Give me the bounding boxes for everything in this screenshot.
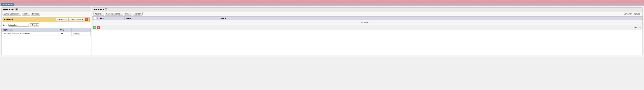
print-arrow-left: ▼	[27, 13, 28, 15]
no-items-row: No Items Found	[92, 20, 642, 25]
saved-searches-arrow-right: ▼	[120, 13, 122, 15]
remove-record-button[interactable]: −	[97, 26, 100, 29]
cell-preference: Container Template Preferences	[2, 32, 58, 36]
refresh-button-right[interactable]: Refresh	[133, 12, 142, 16]
cell-view-action: View	[72, 32, 91, 36]
records-count: 0 records	[634, 26, 642, 28]
data-table: Code Name Status No Items Found	[92, 16, 642, 25]
search-input[interactable]	[8, 24, 29, 27]
right-panel: Preference - Actions ▼ Saved Searches ▼ …	[92, 8, 643, 55]
table-action-bar: + − 0 records	[92, 25, 642, 30]
col-extra	[253, 16, 642, 20]
col-name: Name	[124, 16, 219, 20]
preferences-tab[interactable]: Preferences	[1, 3, 14, 6]
edit-search-button[interactable]: Edit Search	[56, 18, 69, 21]
saved-searches-button-left[interactable]: Saved Searches ▼	[2, 12, 21, 16]
search-label: Name	[2, 24, 8, 26]
print-button-left[interactable]: Print ▼	[22, 12, 30, 16]
right-toolbar: Actions ▼ Saved Searches ▼ Print ▼ Refre…	[92, 12, 642, 16]
results-table: Preference Area Container Template Prefe…	[2, 28, 91, 36]
refresh-button-left[interactable]: Refresh	[31, 12, 40, 16]
col-status: Status	[219, 16, 253, 20]
cell-area: LAB	[58, 32, 72, 36]
saved-searches-arrow-left: ▼	[18, 13, 20, 15]
filter-actions: Edit Search More Actions ▼ ✕	[56, 18, 88, 21]
top-bar: Preferences	[0, 0, 644, 6]
add-remove-group: + −	[93, 26, 100, 29]
search-section: By Name Edit Search More Actions ▼ ✕ Nam…	[2, 16, 91, 28]
table-row: Container Template Preferences LAB View	[2, 32, 91, 36]
select-all-checkbox[interactable]	[94, 17, 96, 19]
main-content: Preferences - Saved Searches ▼ Print ▼ R…	[0, 6, 644, 57]
print-button-right[interactable]: Print ▼	[124, 12, 132, 16]
col-code: Code	[98, 16, 124, 20]
left-toolbar: Saved Searches ▼ Print ▼ Refresh	[2, 12, 91, 16]
right-panel-collapse-icon[interactable]: -	[105, 8, 107, 10]
col-preference: Preference	[2, 28, 58, 32]
col-checkbox	[92, 16, 98, 20]
right-panel-title: Preference	[94, 8, 104, 10]
print-arrow-right: ▼	[130, 13, 131, 15]
view-button[interactable]: View	[73, 32, 80, 35]
col-area: Area	[58, 28, 72, 32]
more-actions-button[interactable]: More Actions ▼	[69, 18, 85, 21]
container-templates-label: ContainerTemplates	[624, 13, 642, 15]
actions-button[interactable]: Actions ▼	[93, 12, 104, 16]
more-actions-arrow: ▼	[82, 19, 83, 20]
filter-close-button[interactable]: ✕	[86, 18, 88, 21]
add-record-button[interactable]: +	[93, 26, 96, 29]
left-panel-collapse-icon[interactable]: -	[16, 8, 18, 10]
search-button[interactable]: Search	[30, 24, 39, 27]
no-items-text: No Items Found	[92, 20, 642, 25]
col-action-header	[72, 28, 91, 32]
actions-arrow: ▼	[101, 13, 102, 15]
left-panel-header: Preferences -	[2, 8, 91, 12]
right-panel-header: Preference -	[92, 8, 642, 12]
left-panel-title: Preferences	[3, 8, 14, 10]
filter-name: By Name	[4, 18, 13, 21]
search-form: Name Search	[2, 23, 90, 28]
saved-searches-button-right[interactable]: Saved Searches ▼	[105, 12, 123, 16]
filter-bar: By Name Edit Search More Actions ▼ ✕	[2, 17, 90, 22]
left-panel: Preferences - Saved Searches ▼ Print ▼ R…	[1, 8, 91, 55]
